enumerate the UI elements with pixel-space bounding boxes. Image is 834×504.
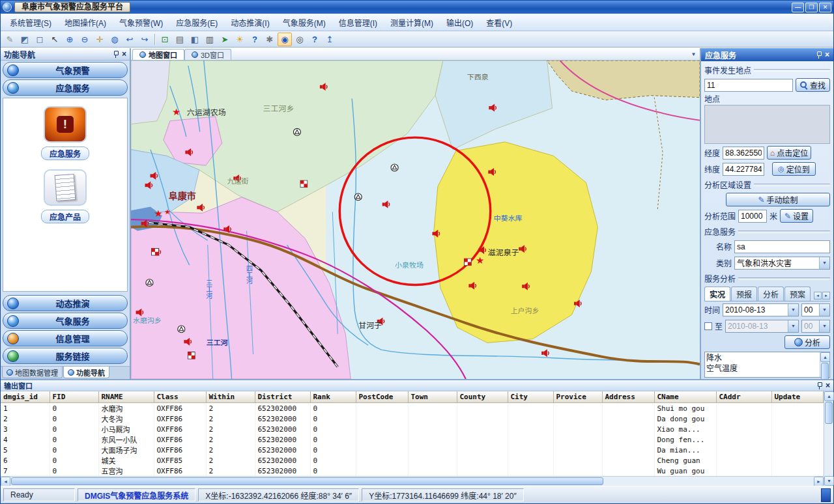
longitude-input[interactable] bbox=[723, 147, 764, 160]
tab-scroll-right-icon[interactable]: ► bbox=[822, 292, 830, 300]
location-listbox[interactable] bbox=[704, 105, 830, 144]
column-header[interactable]: Town bbox=[408, 391, 457, 403]
close-icon[interactable]: × bbox=[825, 51, 829, 59]
column-header[interactable]: Class bbox=[154, 391, 206, 403]
column-header[interactable]: County bbox=[457, 391, 508, 403]
event-star-icon[interactable]: ★ bbox=[172, 107, 180, 117]
to-date-combo[interactable]: 2010-08-13 ▼ bbox=[725, 320, 799, 333]
table-row[interactable]: 4 0 东风一小队 OXFF86 2 652302000 0 bbox=[1, 434, 824, 445]
select-arrow-tool-icon[interactable]: ➤ bbox=[218, 33, 232, 46]
time-date-combo[interactable]: 2010-08-13 ▼ bbox=[723, 303, 799, 316]
column-header[interactable]: District bbox=[255, 391, 310, 403]
minimize-button[interactable]: — bbox=[792, 3, 804, 12]
column-header[interactable]: PostCode bbox=[356, 391, 408, 403]
globe-service-tool-icon[interactable]: ◉ bbox=[278, 33, 292, 46]
service-name-input[interactable] bbox=[734, 240, 830, 253]
column-header[interactable]: City bbox=[508, 391, 553, 403]
pin-icon[interactable] bbox=[817, 382, 822, 389]
tab-live[interactable]: 实况 bbox=[704, 287, 730, 301]
tab-analysis[interactable]: 分析 bbox=[758, 287, 784, 301]
menu-measure-calc[interactable]: 测量计算(M) bbox=[384, 14, 440, 31]
table-row[interactable]: 5 0 大面场子沟 OXFF86 2 652302000 0 bbox=[1, 445, 824, 455]
output-hscrollbar[interactable]: ◄ ► bbox=[1, 476, 824, 486]
table-row[interactable]: 6 0 城关 OXFF85 2 652302000 0 bbox=[1, 455, 824, 466]
column-header[interactable]: Within bbox=[206, 391, 255, 403]
analyze-button[interactable]: 分析 bbox=[784, 335, 830, 349]
emergency-product-shortcut[interactable]: 应急产品 bbox=[41, 169, 89, 223]
menu-view[interactable]: 查看(V) bbox=[480, 14, 519, 31]
titlebar[interactable]: 阜康市气象预警应急服务平台 — ❐ ✕ bbox=[1, 1, 833, 14]
column-header[interactable]: CName bbox=[654, 391, 716, 403]
menu-emergency-service[interactable]: 应急服务(E) bbox=[169, 14, 224, 31]
combo-caret-icon[interactable]: ▼ bbox=[819, 257, 829, 269]
column-header[interactable]: FID bbox=[50, 391, 98, 403]
to-time-checkbox[interactable] bbox=[704, 322, 712, 330]
menu-output[interactable]: 输出(O) bbox=[440, 14, 480, 31]
scroll-left-icon[interactable]: ◄ bbox=[1, 477, 10, 486]
scrollbar-thumb[interactable] bbox=[11, 477, 603, 485]
flag-shield-icon[interactable] bbox=[464, 259, 471, 266]
column-header[interactable]: RNAME bbox=[98, 391, 154, 403]
flag-shield-icon[interactable] bbox=[300, 180, 308, 188]
combo-caret-icon[interactable]: ▼ bbox=[788, 304, 798, 316]
zoom-out-tool-icon[interactable]: ⊖ bbox=[78, 33, 92, 46]
table-row[interactable]: 1 0 水磨沟 OXFF86 2 652302000 0 bbox=[1, 403, 824, 414]
zoom-in-tool-icon[interactable]: ⊕ bbox=[63, 33, 77, 46]
analysis-range-input[interactable] bbox=[738, 210, 767, 223]
visibility-tool-icon[interactable]: ◎ bbox=[293, 33, 307, 46]
layer-control-tool-icon[interactable]: ▤ bbox=[173, 33, 187, 46]
column-header[interactable]: dmgis_id bbox=[1, 391, 50, 403]
event-star-icon[interactable]: ★ bbox=[164, 208, 171, 216]
overview-map-tool-icon[interactable]: ⊡ bbox=[158, 33, 172, 46]
export-tool-icon[interactable]: ↥ bbox=[323, 33, 337, 46]
location-search-input[interactable] bbox=[704, 79, 793, 92]
pin-icon[interactable] bbox=[816, 51, 821, 59]
select-element-tool-icon[interactable]: ◩ bbox=[18, 33, 32, 46]
identify-tool-icon[interactable]: ? bbox=[248, 33, 262, 46]
emergency-service-shortcut[interactable]: ! 应急服务 bbox=[41, 106, 89, 160]
settings-tool-icon[interactable]: ✱ bbox=[263, 33, 277, 46]
event-star-icon[interactable]: ★ bbox=[154, 208, 162, 219]
to-hour-combo[interactable]: 00 ▼ bbox=[801, 320, 830, 333]
restore-button[interactable]: ❐ bbox=[805, 3, 818, 12]
table-row[interactable]: 2 0 大冬沟 OXFF86 2 652302000 0 bbox=[1, 413, 824, 424]
sidebar-item-weather-warning[interactable]: 气象预警 bbox=[3, 62, 128, 78]
pan-tool-icon[interactable]: ✛ bbox=[93, 33, 107, 46]
tab-function-nav[interactable]: 功能导航 bbox=[63, 367, 109, 378]
list-scrollbar[interactable]: ▲ ▼ bbox=[820, 352, 829, 377]
column-header[interactable]: Update bbox=[771, 391, 824, 403]
menu-dynamic-deduction[interactable]: 动态推演(I) bbox=[224, 14, 276, 31]
station-icon[interactable] bbox=[354, 193, 362, 201]
zoom-back-tool-icon[interactable]: ↩ bbox=[122, 33, 137, 46]
scrollbar-thumb[interactable] bbox=[825, 402, 833, 424]
list-item[interactable]: 降水 bbox=[706, 353, 818, 363]
scroll-up-icon[interactable]: ▲ bbox=[820, 352, 830, 362]
range-set-button[interactable]: ✎ 设置 bbox=[780, 209, 813, 223]
close-icon[interactable]: × bbox=[122, 50, 126, 58]
table-row[interactable]: 7 0 五宫沟 OXFF86 2 652302000 0 bbox=[1, 466, 824, 476]
station-icon[interactable] bbox=[146, 279, 153, 287]
tab-plan[interactable]: 预案 bbox=[784, 287, 811, 301]
sidebar-item-info-mgmt[interactable]: 信息管理 bbox=[3, 330, 128, 346]
column-header[interactable]: Provice bbox=[553, 391, 602, 403]
tab-list-caret-icon[interactable]: ▼ bbox=[689, 49, 698, 59]
menu-map-ops[interactable]: 地图操作(A) bbox=[58, 14, 113, 31]
map-svg[interactable]: ★ ★ ★ ★ 下西泉 六运湖农场 三工河乡 阜康市 九运街 中葵水库 滋泥泉子 bbox=[131, 61, 700, 379]
station-icon[interactable] bbox=[178, 326, 185, 333]
sidebar-item-service-links[interactable]: 服务链接 bbox=[3, 348, 128, 364]
tab-3d-window[interactable]: 3D窗口 bbox=[184, 49, 231, 60]
scroll-down-icon[interactable]: ▼ bbox=[824, 476, 834, 486]
column-header[interactable]: Rank bbox=[310, 391, 356, 403]
scroll-up-icon[interactable]: ▲ bbox=[824, 391, 834, 401]
flag-shield-icon[interactable] bbox=[188, 352, 195, 359]
full-extent-tool-icon[interactable]: ◍ bbox=[108, 33, 122, 46]
scrollbar-thumb[interactable] bbox=[821, 363, 829, 379]
locate-to-button[interactable]: ◎ 定位到 bbox=[772, 162, 816, 176]
list-item[interactable]: 空气温度 bbox=[706, 363, 818, 374]
flag-shield-icon[interactable] bbox=[151, 248, 158, 255]
click-locate-button[interactable]: ⌂ 点击定位 bbox=[767, 146, 811, 160]
sidebar-item-emergency-service[interactable]: 应急服务 bbox=[3, 79, 128, 96]
station-icon[interactable] bbox=[391, 164, 398, 171]
menu-weather-service[interactable]: 气象服务(M) bbox=[276, 14, 332, 31]
close-icon[interactable]: × bbox=[826, 382, 830, 389]
